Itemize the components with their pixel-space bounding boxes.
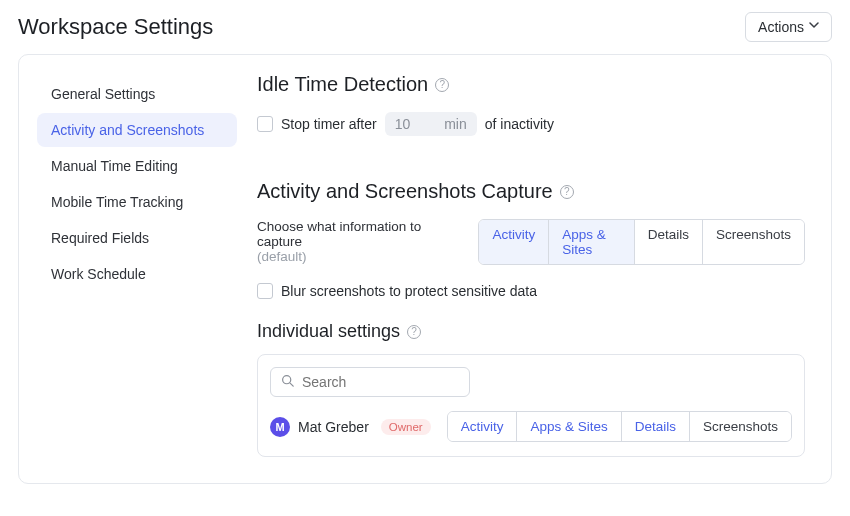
- main-content: Idle Time Detection ? Stop timer after 1…: [257, 73, 805, 457]
- capture-default-row: Choose what information to capture (defa…: [257, 219, 805, 265]
- help-icon[interactable]: ?: [435, 78, 449, 92]
- settings-card: General Settings Activity and Screenshot…: [18, 54, 832, 484]
- sidebar-item-mobile-tracking[interactable]: Mobile Time Tracking: [37, 185, 237, 219]
- blur-checkbox[interactable]: [257, 283, 273, 299]
- stop-timer-checkbox[interactable]: [257, 116, 273, 132]
- role-badge: Owner: [381, 419, 431, 435]
- blur-label: Blur screenshots to protect sensitive da…: [281, 283, 537, 299]
- idle-suffix-text: of inactivity: [485, 116, 554, 132]
- sidebar-item-label: General Settings: [51, 86, 155, 102]
- capture-option-activity[interactable]: Activity: [479, 220, 549, 264]
- stop-timer-label: Stop timer after: [281, 116, 377, 132]
- user-row: M Mat Greber Owner Activity Apps & Sites…: [270, 411, 792, 442]
- sidebar-item-label: Manual Time Editing: [51, 158, 178, 174]
- page-title: Workspace Settings: [18, 14, 213, 40]
- user-option-apps-sites[interactable]: Apps & Sites: [517, 412, 621, 441]
- idle-row: Stop timer after 10 min of inactivity: [257, 112, 805, 136]
- sidebar-item-required-fields[interactable]: Required Fields: [37, 221, 237, 255]
- actions-button[interactable]: Actions: [745, 12, 832, 42]
- idle-minutes-input[interactable]: 10 min: [385, 112, 477, 136]
- idle-minutes-unit: min: [444, 116, 467, 132]
- capture-description: Choose what information to capture (defa…: [257, 219, 458, 264]
- blur-row: Blur screenshots to protect sensitive da…: [257, 283, 805, 299]
- settings-sidebar: General Settings Activity and Screenshot…: [37, 73, 237, 457]
- sidebar-item-work-schedule[interactable]: Work Schedule: [37, 257, 237, 291]
- search-input-wrapper[interactable]: [270, 367, 470, 397]
- help-icon[interactable]: ?: [560, 185, 574, 199]
- individual-panel: M Mat Greber Owner Activity Apps & Sites…: [257, 354, 805, 457]
- capture-option-screenshots[interactable]: Screenshots: [703, 220, 804, 264]
- idle-minutes-value: 10: [395, 116, 411, 132]
- help-icon[interactable]: ?: [407, 325, 421, 339]
- sidebar-item-label: Activity and Screenshots: [51, 122, 204, 138]
- capture-option-details[interactable]: Details: [635, 220, 703, 264]
- user-option-details[interactable]: Details: [622, 412, 690, 441]
- sidebar-item-label: Required Fields: [51, 230, 149, 246]
- capture-desc-line1: Choose what information to capture: [257, 219, 458, 249]
- capture-section-title: Activity and Screenshots Capture ?: [257, 180, 805, 203]
- capture-desc-line2: (default): [257, 249, 458, 264]
- sidebar-item-manual-time[interactable]: Manual Time Editing: [37, 149, 237, 183]
- capture-segment-user: Activity Apps & Sites Details Screenshot…: [447, 411, 792, 442]
- sidebar-item-label: Mobile Time Tracking: [51, 194, 183, 210]
- capture-segment-default: Activity Apps & Sites Details Screenshot…: [478, 219, 805, 265]
- user-option-screenshots[interactable]: Screenshots: [690, 412, 791, 441]
- search-icon: [281, 374, 294, 390]
- search-input[interactable]: [302, 374, 459, 390]
- sidebar-item-label: Work Schedule: [51, 266, 146, 282]
- individual-heading-text: Individual settings: [257, 321, 400, 342]
- avatar: M: [270, 417, 290, 437]
- actions-button-label: Actions: [758, 19, 804, 35]
- chevron-down-icon: [809, 22, 819, 32]
- page-header: Workspace Settings Actions: [18, 12, 832, 42]
- user-name: Mat Greber: [298, 419, 369, 435]
- user-option-activity[interactable]: Activity: [448, 412, 518, 441]
- capture-heading-text: Activity and Screenshots Capture: [257, 180, 553, 203]
- sidebar-item-activity-screenshots[interactable]: Activity and Screenshots: [37, 113, 237, 147]
- capture-option-apps-sites[interactable]: Apps & Sites: [549, 220, 634, 264]
- individual-heading: Individual settings ?: [257, 321, 805, 342]
- sidebar-item-general[interactable]: General Settings: [37, 77, 237, 111]
- user-left: M Mat Greber Owner: [270, 417, 431, 437]
- idle-heading-text: Idle Time Detection: [257, 73, 428, 96]
- idle-section-title: Idle Time Detection ?: [257, 73, 805, 96]
